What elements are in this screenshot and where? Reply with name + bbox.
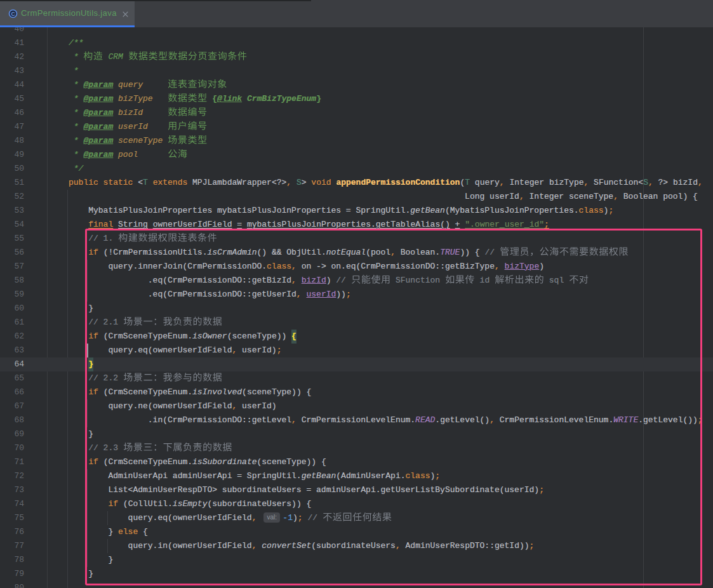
svg-text:C: C <box>11 11 15 17</box>
